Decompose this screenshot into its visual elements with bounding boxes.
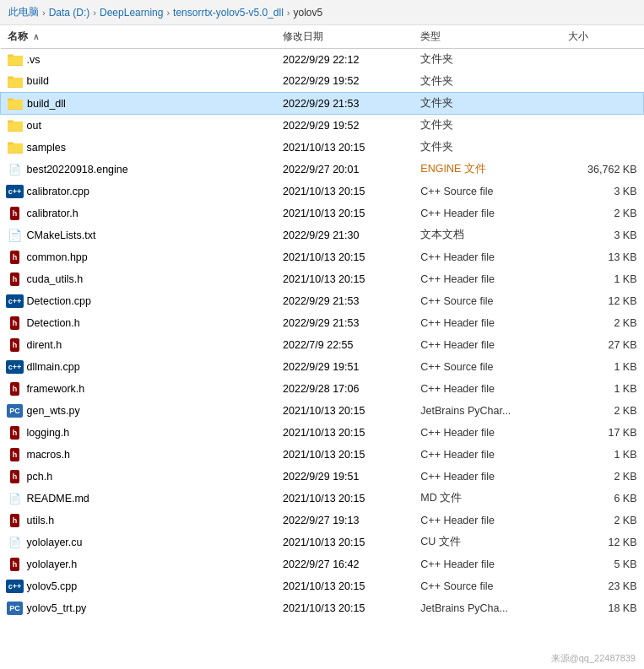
file-type: C++ Source file (414, 575, 560, 597)
svg-rect-19 (8, 121, 14, 123)
col-header-type[interactable]: 类型 (414, 25, 560, 49)
file-size (561, 93, 644, 115)
folder-icon (8, 140, 23, 155)
h-icon: h (8, 381, 23, 397)
table-row[interactable]: 📄README.md2021/10/13 20:15MD 文件6 KB (1, 488, 644, 510)
file-date: 2021/10/13 20:15 (276, 444, 414, 466)
table-row[interactable]: PCgen_wts.py2021/10/13 20:15JetBrains Py… (1, 400, 644, 422)
file-name: framework.h (27, 383, 85, 395)
file-type: 文件夹 (414, 71, 560, 93)
file-date: 2021/10/13 20:15 (276, 181, 414, 202)
svg-rect-24 (8, 143, 14, 145)
table-row[interactable]: hutils.h2022/9/27 19:13C++ Header file2 … (1, 510, 644, 531)
file-name: common.hpp (27, 251, 88, 263)
file-name: pch.h (27, 471, 53, 483)
file-size (561, 71, 644, 93)
table-row[interactable]: c++dllmain.cpp2022/9/29 19:51C++ Source … (1, 356, 644, 378)
breadcrumb-item-tensorrtx[interactable]: tensorrtx-yolov5-v5.0_dll (173, 7, 284, 19)
table-row[interactable]: out2022/9/29 19:52文件夹 (1, 115, 644, 137)
table-row[interactable]: c++Detection.cpp2022/9/29 21:53C++ Sourc… (1, 290, 644, 312)
table-row[interactable]: hcuda_utils.h2021/10/13 20:15C++ Header … (1, 268, 644, 290)
file-size: 2 KB (561, 510, 644, 531)
file-date: 2021/10/13 20:15 (276, 400, 414, 422)
table-row[interactable]: hyololayer.h2022/9/27 16:42C++ Header fi… (1, 553, 644, 575)
file-size: 1 KB (561, 268, 644, 290)
file-size: 6 KB (561, 488, 644, 510)
cu-icon: 📄 (8, 535, 23, 550)
table-row[interactable]: hcommon.hpp2021/10/13 20:15C++ Header fi… (1, 246, 644, 268)
engine-icon: 📄 (8, 162, 23, 177)
file-name-cell: 📄best20220918.engine (1, 159, 277, 181)
file-name-cell: 📄README.md (1, 488, 277, 510)
file-date: 2021/10/13 20:15 (276, 246, 414, 268)
file-size: 17 KB (561, 422, 644, 444)
file-date: 2021/10/13 20:15 (276, 202, 414, 224)
file-name-cell: hlogging.h (1, 422, 277, 444)
file-size: 12 KB (561, 290, 644, 312)
table-row[interactable]: hlogging.h2021/10/13 20:15C++ Header fil… (1, 422, 644, 444)
table-row[interactable]: PCyolov5_trt.py2021/10/13 20:15JetBrains… (1, 597, 644, 619)
file-name-cell: c++dllmain.cpp (1, 356, 277, 378)
table-row[interactable]: hpch.h2022/9/29 19:51C++ Header file2 KB (1, 466, 644, 488)
file-type: JetBrains PyChar... (414, 400, 560, 422)
svg-rect-14 (8, 99, 14, 101)
file-type: 文件夹 (414, 115, 560, 137)
table-row[interactable]: c++calibrator.cpp2021/10/13 20:15C++ Sou… (1, 181, 644, 202)
file-type: C++ Header file (414, 466, 560, 488)
h-icon: h (8, 250, 23, 265)
file-name-cell: .vs (1, 49, 277, 71)
h-icon: h (8, 425, 23, 440)
sort-arrow-icon: ∧ (33, 32, 39, 41)
file-size: 5 KB (561, 553, 644, 575)
table-row[interactable]: 📄CMakeLists.txt2022/9/29 21:30文本文档3 KB (1, 224, 644, 246)
table-row[interactable]: 📄yololayer.cu2021/10/13 20:15CU 文件12 KB (1, 531, 644, 553)
file-name-cell: hframework.h (1, 378, 277, 400)
file-size: 27 KB (561, 334, 644, 356)
file-type: C++ Header file (414, 422, 560, 444)
file-date: 2022/9/29 21:30 (276, 224, 414, 246)
file-type: C++ Header file (414, 444, 560, 466)
file-name: macros.h (27, 449, 70, 461)
table-row[interactable]: c++yolov5.cpp2021/10/13 20:15C++ Source … (1, 575, 644, 597)
table-row[interactable]: hDetection.h2022/9/29 21:53C++ Header fi… (1, 312, 644, 334)
table-row[interactable]: samples2021/10/13 20:15文件夹 (1, 137, 644, 159)
file-type: CU 文件 (414, 531, 560, 553)
table-row[interactable]: hframework.h2022/9/28 17:06C++ Header fi… (1, 378, 644, 400)
file-size: 2 KB (561, 466, 644, 488)
txt-icon: 📄 (8, 228, 23, 243)
table-row[interactable]: .vs2022/9/29 22:12文件夹 (1, 49, 644, 71)
table-row[interactable]: hdirent.h2022/7/9 22:55C++ Header file27… (1, 334, 644, 356)
col-header-size[interactable]: 大小 (561, 25, 644, 49)
file-date: 2022/9/29 21:53 (276, 312, 414, 334)
file-name-cell: c++yolov5.cpp (1, 575, 277, 597)
table-row[interactable]: build2022/9/29 19:52文件夹 (1, 71, 644, 93)
file-date: 2021/10/13 20:15 (276, 488, 414, 510)
breadcrumb-item-drive[interactable]: Data (D:) (49, 7, 90, 19)
h-icon: h (8, 337, 23, 353)
folder-icon (8, 52, 23, 67)
py-icon: PC (8, 601, 23, 616)
cpp-icon: c++ (8, 184, 23, 199)
file-name: Detection.h (27, 317, 80, 329)
table-row[interactable]: 📄best20220918.engine2022/9/27 20:01ENGIN… (1, 159, 644, 181)
col-header-name[interactable]: 名称 ∧ (1, 25, 277, 49)
svg-rect-18 (8, 121, 23, 131)
breadcrumb-item-computer[interactable]: 此电脑 (8, 5, 39, 19)
file-date: 2022/7/9 22:55 (276, 334, 414, 356)
col-header-date[interactable]: 修改日期 (276, 25, 414, 49)
file-name: README.md (27, 493, 89, 504)
table-row[interactable]: build_dll2022/9/29 21:53文件夹 (1, 93, 644, 115)
file-date: 2022/9/28 17:06 (276, 378, 414, 400)
file-name: .vs (27, 54, 41, 66)
file-size: 3 KB (561, 224, 644, 246)
table-row[interactable]: hcalibrator.h2021/10/13 20:15C++ Header … (1, 202, 644, 224)
breadcrumb-sep: › (93, 8, 96, 18)
h-icon: h (8, 557, 23, 572)
file-type: C++ Source file (414, 181, 560, 202)
svg-rect-9 (8, 77, 14, 79)
watermark: 来源@qq_22487839 (551, 652, 636, 665)
breadcrumb-item-deeplearning[interactable]: DeepLearning (100, 7, 163, 19)
file-name: dirent.h (27, 339, 62, 351)
table-row[interactable]: hmacros.h2021/10/13 20:15C++ Header file… (1, 444, 644, 466)
file-size: 3 KB (561, 181, 644, 202)
